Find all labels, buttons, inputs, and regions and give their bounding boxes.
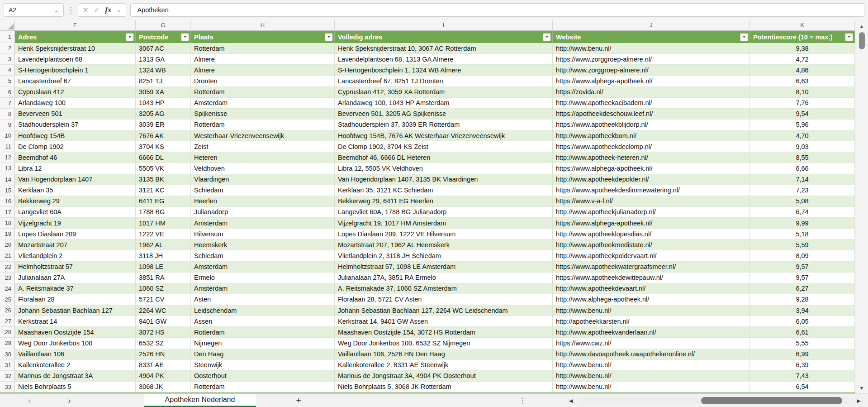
- cell-postcode[interactable]: 6532 SZ: [136, 338, 191, 349]
- cell-website[interactable]: http://www.apotheekbom.nl/: [553, 130, 750, 141]
- cell-volledig-adres[interactable]: Libra 12, 5505 VK Veldhoven: [335, 163, 553, 174]
- row-number[interactable]: 26: [0, 305, 15, 316]
- cell-volledig-adres[interactable]: Niels Bohrplaats 5, 3068 JK Rotterdam: [335, 382, 553, 393]
- cell-postcode[interactable]: 1324 WB: [136, 65, 191, 76]
- cell-potentiescore[interactable]: 6,74: [750, 207, 855, 218]
- cell-volledig-adres[interactable]: Langevliet 60A, 1788 BG Julianadorp: [335, 207, 553, 218]
- cell-potentiescore[interactable]: 9,57: [750, 273, 855, 283]
- cell-adres[interactable]: Stadhoudersplein 37: [15, 120, 136, 130]
- cell-potentiescore[interactable]: 9,57: [750, 262, 855, 273]
- cell-adres[interactable]: Helmholtzstraat 57: [15, 262, 136, 273]
- previous-sheet-icon[interactable]: ‹: [28, 394, 31, 407]
- cell-volledig-adres[interactable]: Lancasterdreef 67, 8251 TJ Dronten: [335, 76, 553, 86]
- cell-potentiescore[interactable]: 9,28: [750, 294, 855, 305]
- cell-website[interactable]: http://www.apotheekpoldervaart.nl/: [553, 250, 750, 261]
- row-number[interactable]: 30: [0, 349, 15, 360]
- cell-adres[interactable]: Vijzelgracht 19: [15, 218, 136, 229]
- cell-potentiescore[interactable]: 6,39: [750, 360, 855, 371]
- row-number[interactable]: 4: [0, 65, 15, 76]
- name-box[interactable]: A2 ⌄: [4, 3, 64, 17]
- scroll-left-icon[interactable]: ◀: [569, 394, 573, 407]
- cell-volledig-adres[interactable]: S-Hertogenboschplein 1, 1324 WB Almere: [335, 65, 553, 76]
- cell-website[interactable]: http://www.benu.nl/: [553, 43, 750, 54]
- column-header-j[interactable]: J: [553, 20, 750, 31]
- cell-potentiescore[interactable]: 8,09: [750, 250, 855, 261]
- cell-adres[interactable]: Vaillantlaan 106: [15, 349, 136, 360]
- cell-volledig-adres[interactable]: Van Hogendorplaan 1407, 3135 BK Vlaardin…: [335, 174, 553, 185]
- cell-potentiescore[interactable]: 7,14: [750, 174, 855, 185]
- cell-potentiescore[interactable]: 7,43: [750, 371, 855, 382]
- cell-postcode[interactable]: 1313 GA: [136, 54, 191, 65]
- cell-volledig-adres[interactable]: Stadhoudersplein 37, 3039 ER Rotterdam: [335, 120, 553, 130]
- cell-plaats[interactable]: Hilversum: [191, 229, 335, 239]
- cell-postcode[interactable]: 3205 AG: [136, 109, 191, 120]
- add-sheet-button[interactable]: +: [289, 394, 308, 407]
- cell-potentiescore[interactable]: 6,27: [750, 283, 855, 294]
- cell-potentiescore[interactable]: 5,18: [750, 229, 855, 239]
- cell-postcode[interactable]: 1788 BG: [136, 207, 191, 218]
- cell-website[interactable]: http://www.apotheekacibadem.nl/: [553, 98, 750, 109]
- cell-website[interactable]: http://www.apotheekvanderlaan.nl/: [553, 327, 750, 338]
- cell-plaats[interactable]: Leidschendam: [191, 305, 335, 316]
- cell-plaats[interactable]: Dronten: [191, 76, 335, 86]
- cell-volledig-adres[interactable]: Lopes Diaslaan 209, 1222 VE Hilversum: [335, 229, 553, 239]
- row-number[interactable]: 14: [0, 174, 15, 185]
- cell-postcode[interactable]: 3704 KS: [136, 141, 191, 152]
- cell-website[interactable]: http://www.zorggroep-almere.nl/: [553, 65, 750, 76]
- cell-volledig-adres[interactable]: Julianalaan 27A, 3851 RA Ermelo: [335, 273, 553, 283]
- cell-adres[interactable]: Langevliet 60A: [15, 207, 136, 218]
- row-number[interactable]: 21: [0, 250, 15, 261]
- cell-volledig-adres[interactable]: Weg Door Jonkerbos 100, 6532 SZ Nijmegen: [335, 338, 553, 349]
- cell-plaats[interactable]: Assen: [191, 316, 335, 327]
- cell-postcode[interactable]: 3851 RA: [136, 273, 191, 283]
- cell-potentiescore[interactable]: 7,23: [750, 185, 855, 196]
- cell-website[interactable]: http://apotheekkarsten.nl/: [553, 316, 750, 327]
- cell-volledig-adres[interactable]: Lavendelplantsoen 68, 1313 GA Almere: [335, 54, 553, 65]
- insert-function-icon[interactable]: fx: [105, 5, 111, 14]
- cell-adres[interactable]: Beemdhof 46: [15, 152, 136, 163]
- cell-adres[interactable]: De Clomp 1902: [15, 141, 136, 152]
- scroll-right-icon[interactable]: ▶: [857, 394, 861, 407]
- row-number[interactable]: 6: [0, 87, 15, 98]
- cell-postcode[interactable]: 1962 AL: [136, 239, 191, 250]
- more-options-dots-icon[interactable]: ⋮: [519, 394, 526, 407]
- enter-icon[interactable]: ✓: [94, 6, 100, 14]
- row-number[interactable]: 10: [0, 130, 15, 141]
- row-number[interactable]: 20: [0, 239, 15, 250]
- row-number[interactable]: 1: [0, 31, 15, 43]
- cell-volledig-adres[interactable]: Beemdhof 46, 6666 DL Heteren: [335, 152, 553, 163]
- cell-potentiescore[interactable]: 9,99: [750, 218, 855, 229]
- filter-button-postcode[interactable]: ▼: [181, 33, 189, 41]
- row-number[interactable]: 24: [0, 283, 15, 294]
- cell-potentiescore[interactable]: 5,08: [750, 196, 855, 207]
- cell-adres[interactable]: Johann Sebastian Bachlaan 127: [15, 305, 136, 316]
- cell-website[interactable]: https://www.apotheekdewittepauw.nl/: [553, 273, 750, 283]
- cell-volledig-adres[interactable]: A. Reitsmakade 37, 1060 SZ Amsterdam: [335, 283, 553, 294]
- row-number[interactable]: 19: [0, 229, 15, 239]
- cell-plaats[interactable]: Rotterdam: [191, 327, 335, 338]
- select-all-button[interactable]: [0, 20, 15, 31]
- cell-adres[interactable]: Hoofdweg 154B: [15, 130, 136, 141]
- cell-plaats[interactable]: Amsterdam: [191, 98, 335, 109]
- cell-adres[interactable]: Maashaven Oostzijde 154: [15, 327, 136, 338]
- filter-button-potentiescore[interactable]: ▼: [845, 33, 853, 41]
- cell-plaats[interactable]: Spijkenisse: [191, 109, 335, 120]
- cell-volledig-adres[interactable]: Bekkerweg 29, 6411 EG Heerlen: [335, 196, 553, 207]
- cell-volledig-adres[interactable]: Vijzelgracht 19, 1017 HM Amsterdam: [335, 218, 553, 229]
- cell-plaats[interactable]: Amsterdam: [191, 262, 335, 273]
- cell-plaats[interactable]: Amsterdam: [191, 283, 335, 294]
- cell-postcode[interactable]: 1222 VE: [136, 229, 191, 239]
- cell-postcode[interactable]: 2264 WC: [136, 305, 191, 316]
- cell-website[interactable]: https://apotheekdeschouw.leef.nl/: [553, 109, 750, 120]
- table-header-plaats[interactable]: Plaats ▼: [191, 31, 335, 43]
- cell-plaats[interactable]: Westerhaar-Vriezenveensewijk: [191, 130, 335, 141]
- cell-plaats[interactable]: Den Haag: [191, 349, 335, 360]
- cell-potentiescore[interactable]: 9,54: [750, 109, 855, 120]
- formula-input[interactable]: Apotheken: [130, 3, 864, 17]
- column-header-g[interactable]: G: [136, 20, 191, 31]
- cell-potentiescore[interactable]: 6,63: [750, 76, 855, 86]
- cell-volledig-adres[interactable]: Maashaven Oostzijde 154, 3072 HS Rotterd…: [335, 327, 553, 338]
- cell-plaats[interactable]: Schiedam: [191, 250, 335, 261]
- filter-button-adres[interactable]: ▼: [126, 33, 134, 41]
- cell-website[interactable]: https://www.apotheekblijdorp.nl/: [553, 120, 750, 130]
